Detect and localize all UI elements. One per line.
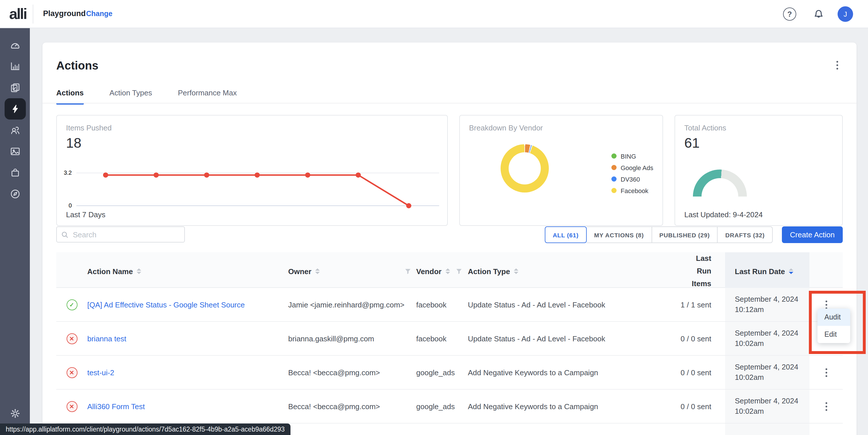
app-root: alli Playground Change ? J [0,0,868,435]
legend-dot [611,165,617,170]
total-actions-gauge [693,170,747,197]
breakdown-card: Breakdown By Vendor BING Google Ads [459,115,663,226]
total-actions-footer: Last Updated: 9-4-2024 [684,210,763,219]
table-row[interactable]: ✕ test-ui-2 Becca! <becca@pmg.com> googl… [56,356,843,389]
legend-dot [611,176,617,181]
row-status-cell: ✕ [56,356,87,389]
context-menu-item[interactable]: Audit [817,309,850,326]
tab[interactable]: Action Types [110,88,152,105]
tabs-divider [42,103,857,104]
last-run-items-cell: 1 / 1 sent [680,288,725,321]
sidebar-item-audiences[interactable] [0,119,30,141]
client-name: Playground [43,9,86,18]
last-run-items-cell [680,424,725,435]
table-row[interactable]: ✕ brianna test brianna.gaskill@pmg.com f… [56,322,843,356]
breakdown-label: Breakdown By Vendor [469,123,543,132]
owner-header[interactable]: Owner [288,252,416,290]
sidebar-item-shopping[interactable] [0,162,30,183]
action-name-cell[interactable]: [QA] Ad Effective Status - Google Sheet … [87,288,288,321]
last-run-date-header[interactable]: Last Run Date [725,252,809,290]
table-row[interactable]: ✕ Alli360 Form Test Becca! <becca@pmg.co… [56,389,843,424]
clipboard-check-icon [4,77,26,98]
last-run-items-cell: 0 / 0 sent [680,322,725,355]
row-kebab-icon[interactable] [823,400,829,413]
action-name-cell[interactable]: test-ui-2 [87,356,288,389]
action-name-cell[interactable]: brianna test [87,322,288,355]
create-action-button[interactable]: Create Action [782,226,843,243]
last-run-date-cell: September 4, 202410:02am [725,389,809,423]
owner-cell: Jamie <jamie.reinhard@pmg.com> [288,288,416,321]
tab[interactable]: Actions [56,88,84,105]
sort-icon[interactable] [315,268,320,274]
page-title: Actions [56,59,98,72]
user-avatar[interactable]: J [838,6,853,22]
sort-icon-active-desc[interactable] [789,268,794,274]
action-name-cell[interactable]: Alli360 Form Test [87,389,288,423]
bar-chart-icon [4,56,26,77]
lightning-icon [4,98,26,119]
row-kebab-icon[interactable] [823,366,829,379]
dashboard-icon [4,34,26,56]
alli-logo[interactable]: alli [9,5,26,23]
filter-button[interactable]: ALL (61) [545,226,587,243]
vendor-cell [416,424,468,435]
row-actions-cell [809,424,843,435]
action-type-header[interactable]: Action Type [468,252,680,290]
row-actions-cell [809,356,843,389]
row-status-cell: ✕ [56,322,87,355]
sidebar-nav [0,28,30,435]
sidebar-item-settings[interactable] [0,403,30,424]
sidebar-item-actions[interactable] [0,98,30,119]
items-pushed-line-chart [74,166,441,215]
sort-icon[interactable] [137,268,142,274]
sidebar-item-explore[interactable] [0,183,30,205]
search-icon [61,231,68,238]
sidebar-item-reports[interactable] [0,56,30,77]
legend-label: DV360 [621,176,640,182]
owner-cell [288,424,416,435]
sort-icon[interactable] [445,268,450,274]
owner-filter-funnel-icon[interactable] [405,268,411,274]
total-actions-value: 61 [684,135,700,151]
action-type-cell: Add Negative Keywords to a Campaign [468,356,680,389]
vendor-filter-funnel-icon[interactable] [456,268,462,274]
notifications-bell-icon[interactable] [812,7,826,23]
search-box[interactable] [56,226,185,242]
row-actions-column-header [809,252,843,290]
sidebar-item-dashboard[interactable] [0,34,30,56]
owner-cell: Becca! <becca@pmg.com> [288,389,416,423]
page-options-kebab-icon[interactable] [835,60,839,71]
table-row[interactable]: ✓ [QA] Ad Effective Status - Google Shee… [56,288,843,322]
sidebar-item-creative[interactable] [0,141,30,162]
filter-button[interactable]: MY ACTIONS (8) [587,226,652,243]
vendor-legend: BING Google Ads DV360 [611,152,653,194]
change-client-link[interactable]: Change [86,10,113,18]
sidebar-item-tasks[interactable] [0,77,30,98]
stats-row: Items Pushed 18 3.2 0 Last 7 Days Breakd… [56,115,843,226]
compass-icon [4,183,26,205]
filter-button[interactable]: DRAFTS (32) [718,226,773,243]
context-menu-item[interactable]: Edit [817,326,850,343]
status-column-header [56,252,87,290]
vendor-donut-chart [501,144,549,193]
filter-segmented-group: ALL (61) MY ACTIONS (8) PUBLISHED (29) D… [546,226,773,243]
actions-table: Action Name Owner Vendor [56,252,843,435]
legend-label: BING [621,152,636,160]
row-status-cell: ✓ [56,288,87,321]
vendor-cell: facebook [416,288,468,321]
legend-dot [611,153,617,158]
search-input[interactable] [72,230,180,239]
legend-label: Google Ads [621,164,653,171]
sort-icon[interactable] [514,268,519,274]
row-kebab-icon[interactable] [823,434,829,435]
action-name-header[interactable]: Action Name [87,252,288,290]
tab[interactable]: Performance Max [178,88,237,105]
last-run-items-header: Last Run Items [680,252,725,290]
vendor-header[interactable]: Vendor [416,252,468,290]
owner-cell: Becca! <becca@pmg.com> [288,356,416,389]
status-url-bar: https://app.alliplatform.com/client/play… [0,424,290,435]
filter-button[interactable]: PUBLISHED (29) [652,226,718,243]
shopping-bag-icon [4,162,26,183]
help-icon[interactable]: ? [783,7,796,21]
row-status-cell: ✕ [56,389,87,423]
